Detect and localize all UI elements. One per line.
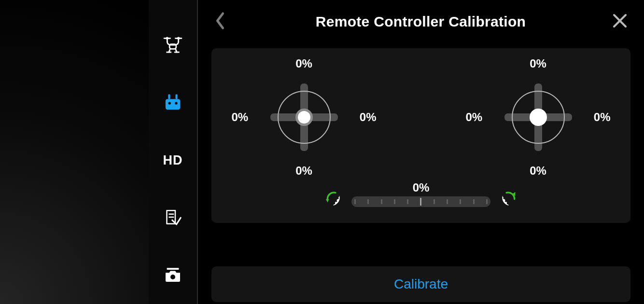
main-panel: Remote Controller Calibration 0% 0%	[198, 0, 644, 304]
left-stick-down-value: 0%	[295, 164, 312, 178]
close-button[interactable]	[609, 11, 630, 33]
right-stick-down-value: 0%	[530, 164, 546, 178]
sidebar-item-aircraft[interactable]	[149, 17, 197, 74]
chevron-left-icon	[214, 12, 226, 32]
right-stick-right-value: 0%	[594, 111, 611, 124]
sidebar-item-camera[interactable]	[149, 247, 197, 304]
svg-point-24	[336, 200, 337, 202]
backdrop-spacer	[0, 0, 149, 304]
panel-title: Remote Controller Calibration	[233, 14, 609, 30]
checklist-icon	[163, 207, 182, 229]
gimbal-wheel-gauge	[351, 196, 490, 207]
gimbal-wheel-readout: 0%	[226, 179, 616, 209]
sidebar-item-rc[interactable]	[149, 74, 197, 132]
svg-point-15	[175, 102, 178, 105]
svg-point-23	[334, 203, 335, 204]
svg-point-19	[170, 275, 175, 279]
svg-point-28	[505, 200, 506, 202]
left-stick-readout: 0% 0% 0% 0%	[232, 57, 377, 178]
remote-controller-icon	[162, 92, 183, 115]
panel-header: Remote Controller Calibration	[198, 0, 644, 43]
sidebar-item-battery-check[interactable]	[149, 189, 197, 247]
svg-rect-12	[176, 94, 178, 99]
settings-sidebar: HD	[149, 0, 197, 304]
svg-point-14	[168, 102, 171, 105]
svg-point-29	[503, 197, 504, 199]
left-stick-knob	[295, 109, 313, 126]
drone-icon	[162, 34, 183, 57]
right-stick-knob	[530, 109, 547, 126]
svg-rect-11	[168, 94, 170, 99]
svg-point-27	[507, 203, 508, 204]
dial-cw-icon	[499, 179, 518, 209]
hd-icon: HD	[163, 153, 183, 168]
svg-marker-22	[326, 199, 329, 203]
camera-icon	[163, 265, 182, 286]
left-stick-up-value: 0%	[295, 57, 312, 70]
gimbal-wheel-value: 0%	[413, 181, 430, 194]
close-icon	[612, 13, 628, 30]
sidebar-item-hd[interactable]: HD	[149, 132, 197, 189]
right-stick-up-value: 0%	[530, 57, 546, 70]
right-stick-gauge	[504, 83, 572, 151]
svg-rect-13	[166, 99, 180, 110]
svg-rect-18	[167, 268, 179, 270]
back-button[interactable]	[208, 9, 233, 34]
right-stick-readout: 0% 0% 0% 0%	[466, 57, 611, 178]
calibration-readout-card: 0% 0% 0% 0% 0% 0% 0%	[211, 48, 630, 223]
svg-point-25	[337, 197, 338, 199]
dial-ccw-icon	[323, 179, 343, 209]
calibrate-button-label: Calibrate	[394, 276, 448, 292]
left-stick-gauge	[270, 83, 338, 151]
left-stick-left-value: 0%	[232, 111, 249, 124]
right-stick-left-value: 0%	[466, 111, 483, 124]
left-stick-right-value: 0%	[360, 111, 377, 124]
calibrate-button[interactable]: Calibrate	[211, 266, 630, 302]
